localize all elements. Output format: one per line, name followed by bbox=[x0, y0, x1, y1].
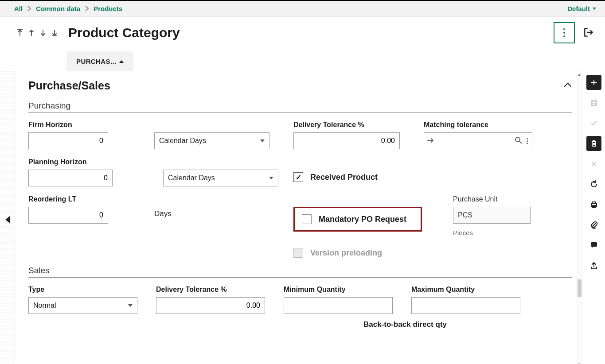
received-product-label: Received Product bbox=[310, 173, 378, 182]
purchase-unit-sub: Pieces bbox=[453, 229, 539, 236]
caret-down-icon bbox=[593, 8, 596, 10]
delivery-tolerance-label: Delivery Tolerance % bbox=[293, 121, 422, 129]
breadcrumb-products[interactable]: Products bbox=[94, 5, 122, 12]
collapse-section-button[interactable] bbox=[563, 82, 572, 89]
search-icon[interactable] bbox=[515, 136, 523, 146]
content-scrollbar[interactable]: ▲ ▼ bbox=[576, 71, 583, 364]
scroll-down-icon[interactable]: ▼ bbox=[577, 362, 582, 364]
caret-down-icon bbox=[128, 304, 133, 307]
planning-horizon-label: Planning Horizon bbox=[28, 158, 152, 166]
print-button[interactable] bbox=[586, 197, 601, 212]
breadcrumb: All Common data Products bbox=[14, 5, 122, 12]
breadcrumb-common-data[interactable]: Common data bbox=[36, 5, 80, 12]
page-title: Product Category bbox=[68, 25, 180, 40]
caret-up-icon bbox=[119, 60, 124, 63]
confirm-button[interactable] bbox=[586, 116, 601, 131]
planning-horizon-input[interactable] bbox=[28, 170, 113, 186]
more-actions-button[interactable] bbox=[554, 22, 575, 43]
firm-horizon-unit-select[interactable]: Calendar Days bbox=[154, 132, 269, 149]
purchase-unit-label: Purchase Unit bbox=[453, 195, 539, 203]
sales-delivery-tol-label: Delivery Tolerance % bbox=[156, 286, 280, 294]
matching-tolerance-label: Matching tolerance bbox=[424, 121, 539, 129]
mandatory-po-checkbox[interactable] bbox=[302, 214, 312, 224]
sales-type-value: Normal bbox=[33, 302, 56, 310]
min-qty-label: Minimum Quantity bbox=[284, 286, 408, 294]
record-nav bbox=[16, 29, 59, 37]
chevron-right-icon bbox=[85, 5, 89, 12]
attach-button[interactable] bbox=[586, 217, 601, 232]
matching-tolerance-lookup[interactable] bbox=[424, 132, 532, 149]
scroll-thumb[interactable] bbox=[578, 279, 582, 297]
max-qty-label: Maximum Quantity bbox=[411, 286, 527, 294]
subsection-sales-title: Sales bbox=[28, 266, 572, 278]
more-options-icon[interactable] bbox=[525, 138, 529, 144]
next-record-button[interactable] bbox=[39, 29, 47, 37]
export-button[interactable] bbox=[586, 258, 601, 273]
version-preloading-label: Version preloading bbox=[310, 248, 382, 258]
version-preloading-checkbox bbox=[293, 248, 303, 258]
firm-horizon-label: Firm Horizon bbox=[28, 121, 152, 129]
received-product-checkbox[interactable] bbox=[293, 172, 303, 182]
exit-button[interactable] bbox=[583, 27, 594, 39]
delivery-tolerance-input[interactable] bbox=[293, 132, 400, 149]
min-qty-input[interactable] bbox=[284, 297, 393, 314]
reordering-lt-input[interactable] bbox=[28, 207, 108, 224]
reordering-lt-label: Reordering LT bbox=[28, 195, 152, 203]
mandatory-po-highlight: Mandatory PO Request bbox=[293, 207, 422, 232]
planning-horizon-unit-value: Calendar Days bbox=[168, 174, 215, 182]
first-record-button[interactable] bbox=[16, 29, 24, 37]
comment-button[interactable] bbox=[586, 238, 601, 253]
tab-purchasing[interactable]: PURCHAS... bbox=[66, 51, 133, 71]
left-panel-toggle[interactable] bbox=[0, 71, 15, 364]
svg-point-0 bbox=[515, 137, 520, 142]
tab-label: PURCHAS... bbox=[76, 58, 117, 65]
firm-horizon-input[interactable] bbox=[28, 132, 108, 149]
sales-delivery-tol-input[interactable] bbox=[156, 297, 265, 314]
main-content: Purchase/Sales Purchasing Firm Horizon .… bbox=[15, 71, 583, 364]
max-qty-input[interactable] bbox=[411, 297, 520, 314]
save-button[interactable] bbox=[586, 95, 601, 110]
reordering-lt-unit: Days bbox=[154, 207, 292, 218]
breadcrumb-bar: All Common data Products Default bbox=[0, 0, 605, 17]
subsection-purchasing-title: Purchasing bbox=[28, 101, 572, 113]
svg-line-1 bbox=[519, 141, 522, 143]
b2b-direct-qty-label: Back-to-back direct qty bbox=[284, 320, 527, 329]
right-toolbar bbox=[583, 71, 605, 364]
sales-type-label: Type bbox=[28, 286, 152, 294]
last-record-button[interactable] bbox=[51, 29, 59, 37]
caret-down-icon bbox=[269, 177, 273, 179]
planning-horizon-unit-select[interactable]: Calendar Days bbox=[163, 170, 278, 186]
cancel-button[interactable] bbox=[586, 156, 601, 171]
view-selector-default[interactable]: Default bbox=[567, 5, 596, 12]
sales-type-select[interactable]: Normal bbox=[28, 297, 137, 314]
breadcrumb-all[interactable]: All bbox=[14, 5, 23, 12]
collapse-left-icon bbox=[5, 216, 10, 223]
arrow-right-icon bbox=[427, 137, 435, 145]
purchase-unit-input bbox=[453, 207, 531, 224]
previous-record-button[interactable] bbox=[27, 29, 35, 37]
view-selector-label: Default bbox=[567, 5, 590, 12]
header-bar: Product Category bbox=[0, 17, 605, 43]
section-title: Purchase/Sales bbox=[28, 79, 110, 92]
new-button[interactable] bbox=[586, 75, 601, 90]
firm-horizon-unit-value: Calendar Days bbox=[159, 137, 206, 145]
delete-button[interactable] bbox=[586, 136, 601, 151]
chevron-right-icon bbox=[27, 5, 31, 12]
refresh-button[interactable] bbox=[586, 177, 601, 192]
scroll-up-icon[interactable]: ▲ bbox=[577, 72, 582, 77]
caret-down-icon bbox=[260, 139, 265, 142]
mandatory-po-label: Mandatory PO Request bbox=[319, 215, 406, 224]
tab-bar: PURCHAS... bbox=[0, 43, 605, 71]
